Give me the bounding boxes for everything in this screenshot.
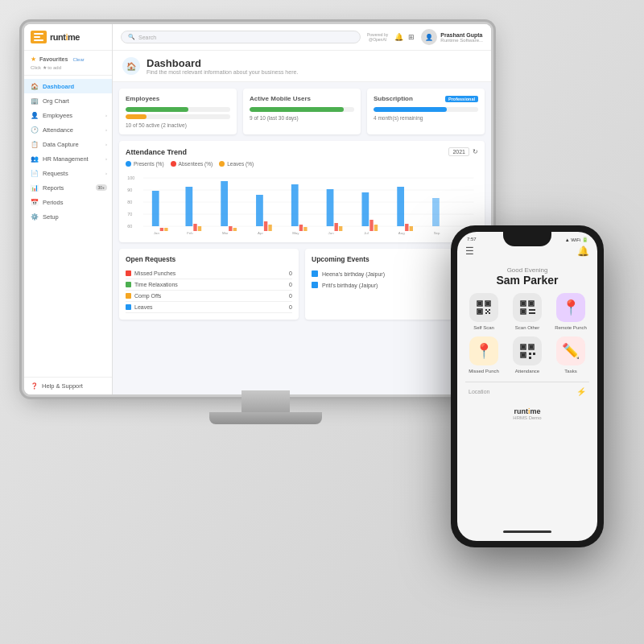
- legend-absentees: Absentees (%): [171, 161, 213, 167]
- greeting-text: Good Evening: [457, 266, 597, 274]
- powered-by: Powered by @OpenAI: [367, 32, 388, 43]
- svg-rect-39: [405, 224, 408, 231]
- remote-punch-label: Remote Punch: [555, 325, 587, 330]
- help-label: Help & Support: [42, 382, 83, 390]
- phone-notch: [503, 232, 551, 246]
- sidebar-item-hr-management[interactable]: 👥 HR Management ›: [24, 151, 112, 166]
- user-info: Prashant Gupta Runtime Software...: [440, 32, 483, 43]
- fav-clear-button[interactable]: Clear: [72, 57, 84, 62]
- chart-title: Attendance Trend: [126, 148, 187, 156]
- help-icon: ❓: [31, 382, 38, 390]
- attendance-chart: Attendance Trend 2021 ↻ Presents (%): [119, 141, 485, 242]
- chevron-right-icon: ›: [105, 127, 107, 132]
- search-box[interactable]: 🔍 Search: [121, 31, 361, 43]
- svg-rect-54: [487, 311, 489, 312]
- mobile-users-title: Active Mobile Users: [250, 95, 354, 102]
- periods-icon: 📅: [31, 198, 39, 206]
- phone-action-scan-other[interactable]: Scan Other: [509, 293, 546, 330]
- svg-text:Jul: Jul: [364, 231, 369, 235]
- data-capture-icon: 📋: [31, 140, 39, 148]
- phone-action-attendance[interactable]: Attendance: [509, 336, 546, 374]
- svg-rect-49: [478, 310, 481, 313]
- phone-brand: runtime HRMS Demo: [465, 401, 589, 427]
- dashboard-header-icon: 🏠: [122, 57, 140, 75]
- sidebar-item-org-chart[interactable]: 🏢 Org Chart: [24, 93, 112, 108]
- sidebar-item-label: Dashboard: [43, 83, 74, 90]
- phone-bell-icon[interactable]: 🔔: [577, 246, 589, 257]
- fav-label: Favourites: [39, 56, 68, 62]
- fav-star-icon: ★: [31, 56, 36, 63]
- legend-leaves: Leaves (%): [219, 161, 254, 167]
- svg-rect-52: [485, 312, 487, 314]
- requests-icon: 📄: [31, 169, 39, 177]
- sidebar-item-data-capture[interactable]: 📋 Data Capture ›: [24, 137, 112, 151]
- svg-text:Mar: Mar: [222, 231, 229, 235]
- notification-icon[interactable]: 🔔: [394, 33, 403, 41]
- refresh-icon[interactable]: ↻: [473, 148, 478, 155]
- topbar-icons: 🔔 ⊞: [394, 33, 415, 41]
- open-requests-title: Open Requests: [126, 255, 292, 263]
- phone-action-missed-punch[interactable]: 📍 Missed Punch: [465, 336, 502, 374]
- topbar: 🔍 Search Powered by @OpenAI 🔔 ⊞ 👤: [113, 24, 491, 51]
- svg-rect-23: [264, 221, 267, 231]
- phone-content: Self Scan: [457, 293, 597, 427]
- chart-year[interactable]: 2021: [448, 147, 469, 156]
- subscription-badge: Professional: [445, 96, 478, 102]
- phone-action-tasks[interactable]: ✏️ Tasks: [552, 336, 589, 374]
- self-scan-label: Self Scan: [473, 325, 494, 330]
- svg-rect-64: [522, 345, 525, 349]
- phone-action-remote-punch[interactable]: 📍 Remote Punch: [552, 293, 589, 330]
- phone-greeting: Good Evening Sam Parker: [457, 260, 597, 293]
- chart-svg-area: 100 90 80 70 60: [126, 171, 478, 236]
- sidebar-item-attendance[interactable]: 🕐 Attendance ›: [24, 122, 112, 137]
- sidebar-item-requests[interactable]: 📄 Requests ›: [24, 166, 112, 180]
- chart-legend: Presents (%) Absentees (%) Leaves (%): [126, 161, 478, 167]
- svg-text:Jun: Jun: [328, 231, 335, 235]
- svg-rect-30: [327, 189, 334, 226]
- sidebar-item-setup[interactable]: ⚙️ Setup: [24, 209, 112, 224]
- monitor-stand: [209, 412, 322, 424]
- location-label: Location: [469, 389, 489, 394]
- sidebar-item-label: Periods: [43, 199, 63, 206]
- phone-hamburger-icon[interactable]: ☰: [465, 246, 474, 257]
- chevron-right-icon: ›: [105, 142, 107, 147]
- employees-icon: 👤: [31, 111, 39, 119]
- svg-text:100: 100: [127, 175, 134, 180]
- svg-rect-31: [335, 223, 338, 231]
- svg-text:May: May: [292, 231, 299, 235]
- sidebar-item-employees[interactable]: 👤 Employees ›: [24, 108, 112, 122]
- page-title: Dashboard: [147, 57, 298, 69]
- sidebar-item-label: Setup: [43, 213, 59, 221]
- svg-rect-69: [529, 353, 531, 355]
- svg-rect-71: [529, 357, 531, 359]
- svg-text:Feb: Feb: [187, 231, 193, 235]
- svg-rect-28: [303, 227, 307, 231]
- chevron-right-icon: ›: [105, 156, 107, 161]
- page-subtitle: Find the most relevant information about…: [147, 69, 298, 75]
- request-time-relaxations: Time Relaxations 0: [126, 279, 292, 291]
- legend-presents: Presents (%): [126, 161, 164, 167]
- phone-brand-sub: HRMS Demo: [465, 415, 589, 420]
- hr-icon: 👥: [31, 155, 39, 163]
- sidebar-item-reports[interactable]: 📊 Reports 30+: [24, 180, 112, 195]
- phone-action-self-scan[interactable]: Self Scan: [465, 293, 502, 330]
- sidebar-item-dashboard[interactable]: 🏠 Dashboard: [24, 79, 112, 93]
- svg-rect-24: [268, 225, 271, 231]
- sidebar-help[interactable]: ❓ Help & Support: [24, 377, 112, 394]
- sidebar-item-periods[interactable]: 📅 Periods: [24, 195, 112, 209]
- subscription-card: Subscription Professional 4 month(s) rem…: [367, 89, 485, 134]
- lightning-icon: ⚡: [576, 387, 586, 396]
- user-role: Runtime Software...: [440, 38, 483, 43]
- svg-rect-14: [185, 187, 192, 226]
- svg-rect-68: [522, 353, 525, 357]
- svg-rect-66: [530, 345, 533, 349]
- dashboard-content: Employees 10 of 50 active (2 ina: [113, 82, 491, 394]
- topbar-user: 👤 Prashant Gupta Runtime Software...: [421, 29, 483, 45]
- svg-text:Jan: Jan: [154, 231, 160, 235]
- fav-add-hint: Click ★ to add: [31, 64, 105, 70]
- greeting-name: Sam Parker: [457, 274, 597, 287]
- avatar: 👤: [421, 29, 437, 45]
- grid-icon[interactable]: ⊞: [408, 33, 415, 41]
- svg-text:Apr: Apr: [258, 231, 263, 235]
- sidebar-item-label: Org Chart: [43, 97, 69, 105]
